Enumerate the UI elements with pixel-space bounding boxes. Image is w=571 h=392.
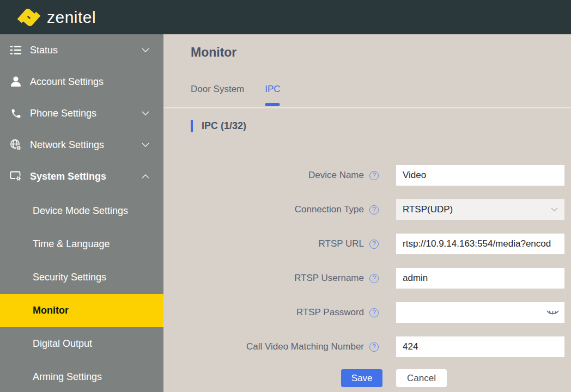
sidebar-subitem-label: Device Mode Settings	[33, 205, 128, 217]
sidebar-item-status[interactable]: Status	[0, 34, 163, 66]
sidebar-item-label: Account Settings	[30, 76, 153, 88]
sidebar-item-account-settings[interactable]: Account Settings	[0, 66, 163, 97]
user-icon	[9, 75, 23, 89]
tab-label: Door System	[191, 84, 244, 94]
phone-icon	[9, 106, 23, 120]
app-root: zenitel Status	[0, 0, 571, 392]
page-title: Monitor	[191, 45, 236, 60]
help-icon[interactable]: ?	[369, 205, 379, 215]
form-row-rtsp-username: RTSP Username ?	[163, 268, 571, 289]
ipc-form: Device Name ? Connection Type ? RTSP(UDP…	[163, 165, 571, 371]
sidebar-subitem-label: Monitor	[33, 305, 69, 316]
form-row-rtsp-url: RTSP URL ?	[163, 234, 571, 254]
sidebar-item-phone-settings[interactable]: Phone Settings	[0, 97, 163, 129]
sidebar-item-arming-settings[interactable]: Arming Settings	[0, 360, 163, 392]
form-row-rtsp-password: RTSP Password ?	[163, 302, 571, 323]
topbar: zenitel	[0, 0, 571, 34]
call-video-matching-number-label: Call Video Matching Number	[163, 341, 364, 352]
sidebar-item-network-settings[interactable]: Network Settings	[0, 129, 163, 161]
monitor-gear-icon	[9, 169, 23, 183]
call-video-matching-number-input[interactable]	[396, 336, 564, 357]
rtsp-username-input[interactable]	[396, 268, 564, 289]
sidebar-item-device-mode-settings[interactable]: Device Mode Settings	[0, 194, 163, 228]
sidebar-item-security-settings[interactable]: Security Settings	[0, 261, 163, 294]
help-icon[interactable]: ?	[369, 240, 379, 249]
sidebar-subitem-label: Security Settings	[33, 272, 106, 283]
sidebar-subitem-label: Time & Language	[33, 238, 110, 250]
sidebar-subitem-label: Digital Output	[33, 338, 92, 350]
sidebar-item-label: Status	[30, 45, 142, 56]
sidebar-item-time-language[interactable]: Time & Language	[0, 228, 163, 261]
form-actions: Save Cancel	[341, 369, 447, 387]
sidebar-item-system-settings[interactable]: System Settings	[0, 161, 163, 192]
password-hidden-eye-icon[interactable]	[546, 309, 559, 317]
sidebar-item-monitor[interactable]: Monitor	[0, 294, 163, 327]
rtsp-password-label: RTSP Password	[163, 307, 364, 318]
form-row-connection-type: Connection Type ? RTSP(UDP)	[163, 199, 571, 220]
chevron-down-icon	[551, 207, 558, 212]
chevron-down-icon	[142, 143, 149, 147]
cancel-button[interactable]: Cancel	[396, 369, 447, 387]
rtsp-url-label: RTSP URL	[163, 238, 364, 249]
help-icon[interactable]: ?	[369, 274, 379, 283]
main-content: Monitor Door System IPC IPC (1/32) Devic…	[163, 34, 571, 392]
chevron-down-icon	[142, 48, 149, 52]
tab-divider	[163, 107, 571, 108]
form-row-call-video-matching-number: Call Video Matching Number ?	[163, 336, 571, 357]
sidebar: Status Account Settings Phone Settings	[0, 34, 163, 392]
sidebar-item-label: System Settings	[30, 171, 142, 182]
device-name-label: Device Name	[163, 170, 364, 181]
sidebar-item-digital-output[interactable]: Digital Output	[0, 327, 163, 360]
help-icon[interactable]: ?	[369, 171, 379, 180]
form-row-device-name: Device Name ?	[163, 165, 571, 186]
chevron-down-icon	[142, 111, 149, 115]
tab-ipc[interactable]: IPC	[265, 84, 280, 106]
save-button[interactable]: Save	[341, 369, 382, 387]
tab-bar: Door System IPC	[191, 84, 281, 106]
section-accent-bar	[191, 120, 193, 132]
section-title: IPC (1/32)	[202, 120, 246, 132]
chevron-up-icon	[142, 174, 149, 179]
active-tab-underline	[265, 103, 280, 106]
connection-type-value: RTSP(UDP)	[403, 204, 453, 215]
brand-name: zenitel	[47, 8, 96, 27]
help-icon[interactable]: ?	[369, 342, 379, 352]
zenitel-logo-icon	[16, 5, 41, 30]
help-icon[interactable]: ?	[369, 308, 379, 317]
connection-type-select[interactable]: RTSP(UDP)	[396, 199, 564, 220]
rtsp-username-label: RTSP Username	[163, 273, 364, 284]
rtsp-password-input[interactable]	[396, 302, 564, 323]
device-name-input[interactable]	[396, 165, 564, 186]
list-icon	[9, 43, 23, 57]
sidebar-item-label: Phone Settings	[30, 108, 142, 119]
sidebar-subitem-label: Arming Settings	[33, 371, 102, 383]
globe-gear-icon	[9, 138, 23, 152]
rtsp-url-input[interactable]	[396, 234, 564, 254]
connection-type-label: Connection Type	[163, 204, 364, 215]
tab-label: IPC	[265, 84, 280, 94]
tab-door-system[interactable]: Door System	[191, 84, 244, 106]
section-header: IPC (1/32)	[191, 120, 246, 132]
sidebar-item-label: Network Settings	[30, 139, 142, 151]
